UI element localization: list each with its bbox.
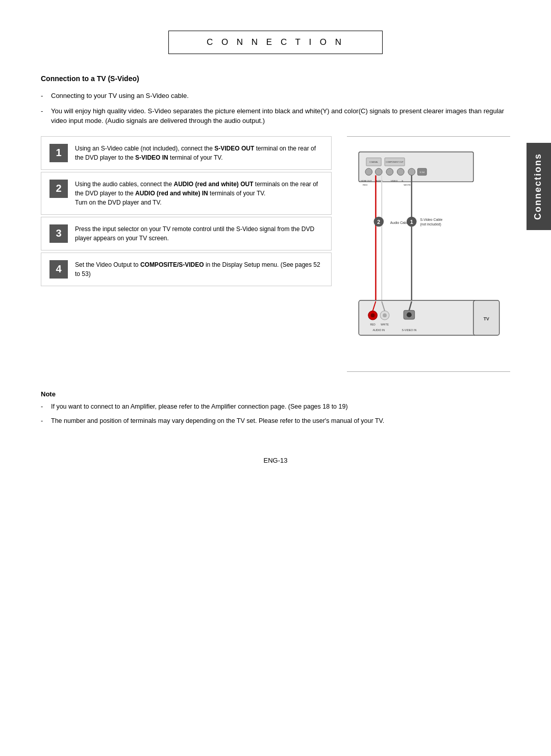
svg-text:2: 2	[377, 219, 380, 225]
step-2-number: 2	[49, 180, 68, 198]
note-title: Note	[41, 390, 510, 398]
step-4-number: 4	[49, 260, 68, 279]
steps-column: 1 Using an S-Video cable (not included),…	[41, 136, 332, 372]
page-container: Connections C O N N E C T I O N Connecti…	[0, 0, 551, 756]
svg-text:HDMI OUT: HDMI OUT	[361, 180, 372, 182]
svg-text:Audio Cable: Audio Cable	[390, 221, 409, 224]
svg-text:S-Video Cable: S-Video Cable	[420, 217, 442, 221]
page-number: ENG-13	[41, 457, 510, 464]
page-title: C O N N E C T I O N	[184, 37, 367, 47]
svg-text:1: 1	[410, 219, 413, 225]
svg-text:COMPONENT OUT: COMPONENT OUT	[386, 161, 404, 163]
svg-point-6	[375, 168, 382, 175]
note-bullet-item: The number and position of terminals may…	[41, 416, 510, 426]
svg-text:WHITE: WHITE	[381, 323, 389, 325]
svg-point-38	[383, 313, 387, 317]
connection-diagram: COAXIAL COMPONENT OUT S-Vid HDMI OUT AUD…	[352, 147, 505, 361]
svg-point-41	[407, 312, 412, 317]
note-bullets: If you want to connect to an Amplifier, …	[41, 402, 510, 426]
step-3-box: 3 Press the input selector on your TV re…	[41, 217, 332, 250]
main-content: 1 Using an S-Video cable (not included),…	[41, 136, 510, 372]
page-number-text: ENG-13	[264, 457, 288, 464]
step-2-text: Using the audio cables, connect the AUDI…	[75, 180, 323, 207]
diagram-column: COAXIAL COMPONENT OUT S-Vid HDMI OUT AUD…	[347, 136, 510, 372]
svg-text:(not included): (not included)	[420, 222, 441, 226]
note-bullet-item: If you want to connect to an Amplifier, …	[41, 402, 510, 412]
svg-text:S: S	[402, 180, 403, 182]
svg-point-35	[371, 313, 375, 317]
note-section: Note If you want to connect to an Amplif…	[41, 390, 510, 426]
intro-bullets: Connecting to your TV using an S-Video c…	[41, 91, 510, 126]
section-title: Connection to a TV (S-Video)	[41, 74, 510, 83]
step-1-number: 1	[49, 144, 68, 162]
svg-text:AUDIO IN: AUDIO IN	[372, 329, 385, 332]
svg-text:WHITE: WHITE	[404, 184, 411, 186]
svg-point-8	[397, 168, 404, 175]
step-3-text: Press the input selector on your TV remo…	[75, 224, 323, 243]
side-tab-label: Connections	[533, 153, 543, 220]
step-1-text: Using an S-Video cable (not included), c…	[75, 144, 323, 162]
step-3-number: 3	[49, 224, 68, 243]
side-tab: Connections	[527, 143, 551, 230]
svg-text:VIDEO: VIDEO	[391, 180, 398, 182]
step-2-box: 2 Using the audio cables, connect the AU…	[41, 172, 332, 215]
header-box: C O N N E C T I O N	[168, 31, 383, 54]
svg-text:RED: RED	[363, 184, 367, 186]
svg-text:S-Vid: S-Vid	[420, 170, 424, 173]
svg-point-5	[365, 168, 372, 175]
bullet-item: You will enjoy high quality video. S-Vid…	[41, 106, 510, 126]
svg-text:TV: TV	[484, 316, 489, 321]
svg-point-9	[408, 168, 415, 175]
svg-text:COAXIAL: COAXIAL	[369, 161, 379, 163]
step-4-text: Set the Video Output to COMPOSITE/S-VIDE…	[75, 260, 323, 279]
svg-point-7	[386, 168, 393, 175]
svg-text:S-VIDEO IN: S-VIDEO IN	[402, 329, 416, 332]
bullet-item: Connecting to your TV using an S-Video c…	[41, 91, 510, 101]
step-4-box: 4 Set the Video Output to COMPOSITE/S-VI…	[41, 253, 332, 286]
svg-text:RED: RED	[370, 323, 375, 325]
step-1-box: 1 Using an S-Video cable (not included),…	[41, 136, 332, 170]
